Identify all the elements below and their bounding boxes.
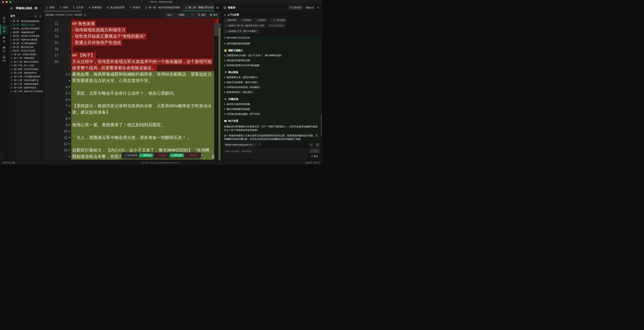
diff-row[interactable]: 15-- 普通士兵对张伟产生信任: [44, 39, 221, 46]
home-button[interactable]: [10, 6, 14, 10]
diff-row[interactable]: 12-## 角色发展: [44, 20, 221, 27]
rail-item-doc[interactable]: 其他: [0, 54, 8, 64]
chapter-item[interactable]: 20.第二十章：最终对决与文明抉择: [10, 90, 44, 94]
tab-4[interactable]: 吐槽系统: [86, 4, 104, 11]
context-chip[interactable]: 已有章节剧情概要: [267, 24, 286, 28]
accept-current-button[interactable]: ✓接受当前: [139, 154, 153, 157]
diff-row[interactable]: 7+【系统提示：根据历史记录和当前风向分析，元军有80%概率在子时发动火: [44, 103, 221, 109]
diff-row[interactable]: 4+: [44, 84, 221, 90]
font-size-select[interactable]: 28px∨: [166, 13, 176, 17]
chapter-item[interactable]: 4.第四章：神秘商船的遗产: [10, 31, 44, 35]
chapter-item[interactable]: 9.第九章：时空交汇的访客: [10, 49, 44, 53]
editor-content[interactable]: 1112-## 角色发展13-- 张伟展现应急能力和领导力14-- 张世杰开始真…: [44, 18, 221, 160]
tab-5[interactable]: 崖山海战背景: [104, 4, 127, 11]
add-chapter-button[interactable]: [39, 15, 42, 17]
chat-history-button[interactable]: [315, 142, 320, 147]
model-select[interactable]: feelfish:feelfish/deepseek-v3.1∨: [224, 142, 257, 147]
diff-row[interactable]: 18-灭火过程中，张伟意外发现元军火攻战术中的一个致命漏洞，这个发现可能: [44, 58, 221, 65]
chapter-item[interactable]: 3.第三章：淡水危机与科技破局: [10, 27, 44, 31]
rail-item-pen[interactable]: 1: [0, 15, 8, 25]
chapter-item[interactable]: 13.第十三章：第二个内奸: [10, 64, 44, 68]
maximize-window-button[interactable]: [9, 1, 11, 3]
diff-row[interactable]: 9+张伟心里一紧。果然要来了！他立刻找到后勤官。: [44, 122, 221, 128]
chapter-item[interactable]: 1.第一章：程序员的海战初体验: [10, 20, 44, 24]
chapter-item[interactable]: 2.第二章：智破元军火攻计: [10, 24, 44, 27]
diff-row[interactable]: 8+: [44, 115, 221, 122]
diff-row[interactable]: 5+「系统，元军今晚会不会有什么动作？」他在心里默问。: [44, 90, 221, 96]
diff-row[interactable]: 17-## 【钩子】: [44, 52, 221, 58]
tab-2[interactable]: 张伟: [57, 4, 70, 11]
diff-row[interactable]: 10+: [44, 128, 221, 134]
run-log[interactable]: 运行日志: Request ai feelfish/deepseek-v3.1∨: [141, 162, 180, 164]
tab-6[interactable]: 张世杰: [127, 4, 143, 11]
diff-row[interactable]: 11+「大人，我预感元军今晚会用火攻，请多准备一些醋和石灰！」: [44, 134, 221, 141]
send-button[interactable]: 发送: [309, 149, 320, 153]
chat-input[interactable]: [224, 149, 308, 159]
context-chip[interactable]: ✓上一章节内容: [269, 18, 286, 22]
close-window-button[interactable]: [2, 1, 4, 3]
tab-1[interactable]: 风格: [44, 4, 57, 11]
diff-row[interactable]: 16-: [44, 46, 221, 52]
chapter-item[interactable]: 17.第十七章：历史的关键节点: [10, 79, 44, 83]
accept-all-button[interactable]: ✓接受全部: [170, 154, 184, 157]
chapter-item[interactable]: 5.第五章：内奸疑云与反间谍战: [10, 35, 44, 38]
context-chip[interactable]: ✓当前章节《第二章：智破元军火攻计》内容: [224, 24, 266, 28]
people-icon: [2, 36, 6, 39]
new-session-button[interactable]: 新建会话: [306, 6, 314, 9]
diff-row[interactable]: 6+: [44, 96, 221, 103]
add-attachment-button[interactable]: ＋: [309, 142, 314, 147]
agent-scrollbar[interactable]: [321, 114, 322, 135]
chapter-item[interactable]: 15.第十五章：观察者的审判: [10, 72, 44, 75]
reject-current-button[interactable]: ×拒绝当前: [155, 154, 168, 157]
reject-all-button[interactable]: ×拒绝全部: [186, 154, 199, 157]
close-panel-button[interactable]: ✕: [316, 6, 320, 9]
add-context-button[interactable]: ＋添加更多上下文（请求 AI 时附带）: [224, 29, 259, 33]
tab-list-button[interactable]: [216, 5, 220, 10]
tab-label: 吐槽系统: [92, 6, 102, 9]
rail-item-book[interactable]: 20: [0, 25, 8, 34]
context-chip[interactable]: ✓规则·风格: [224, 18, 238, 22]
tab-3[interactable]: 文天祥: [70, 4, 86, 11]
chapter-item[interactable]: 18.第十八章：暗影的终极赌局: [10, 83, 44, 86]
diff-row[interactable]: +军营寨星星点点的火光，心里总觉得不安。: [44, 77, 221, 84]
line-text: [71, 96, 73, 103]
diff-row[interactable]: 13-- 张伟展现应急能力和领导力: [44, 27, 221, 33]
minimize-window-button[interactable]: [6, 1, 8, 3]
chapter-item[interactable]: 11.第十一章：宿敌的再现: [10, 57, 44, 61]
chapter-item[interactable]: 12.第十二章：赌约与生死时速: [10, 61, 44, 64]
diff-row[interactable]: -改变整个战局...但需要冒着生命危险去验证。: [44, 65, 221, 71]
chapter-item[interactable]: 6.第六章：风暴中的生死较量: [10, 38, 44, 42]
diff-row[interactable]: 11: [44, 18, 221, 20]
diff-row[interactable]: 14-- 张世杰开始真正重视这个"奇怪的新兵": [44, 33, 221, 39]
chapter-item[interactable]: 14.第十四章：时空异常的真相: [10, 68, 44, 72]
context-chip[interactable]: ✓所有设定: [254, 18, 268, 22]
chapter-item[interactable]: 10.第十章：元军的未来顾问: [10, 53, 44, 57]
editor-minimap-scrollbar[interactable]: [214, 18, 221, 160]
agent-title: 智能体: [228, 6, 286, 9]
refresh-chapters-button[interactable]: [34, 15, 37, 17]
project-more-button[interactable]: ⋮: [39, 7, 42, 9]
save-button[interactable]: 保存: [208, 13, 219, 17]
preview-button[interactable]: 预览: [196, 13, 207, 17]
chapter-item[interactable]: 8.第八章：幽灵岛的召唤: [10, 46, 44, 50]
diff-marker: +: [68, 128, 71, 134]
retry-button[interactable]: 重试: [309, 155, 320, 158]
diff-row[interactable]: 3+夜色如墨，海风带着咸腥和焦糊味扑面而来。张伟站在船舷边，望着远处元: [44, 71, 221, 77]
tabbar-scrollbar[interactable]: [44, 11, 82, 12]
chapter-item[interactable]: 16.第十六章：寻找观察者的弱点: [10, 75, 44, 79]
chapter-item[interactable]: 7.第七章：天工院的秘密遗产: [10, 42, 44, 46]
diff-row[interactable]: +攻。建议提前准备】: [44, 109, 221, 115]
font-family-select[interactable]: 方圆体∨: [177, 13, 195, 17]
rail-item-blocks[interactable]: 2: [0, 44, 8, 54]
tab-8[interactable]: 第二章：智破元军火攻计: [183, 4, 214, 11]
history-sessions-button[interactable]: 历史会话: [288, 5, 303, 10]
chapter-item[interactable]: 19.第十九章：漏洞中的机会: [10, 86, 44, 90]
context-chip[interactable]: ✓所有角色: [239, 18, 253, 22]
diff-row[interactable]: 12+: [44, 141, 221, 147]
tab-7[interactable]: 第一章：程序员的海战初体验: [143, 4, 183, 11]
model-info-icon[interactable]: i: [259, 143, 262, 146]
rail-item-people[interactable]: 3: [0, 34, 8, 44]
collapse-sidebar-button[interactable]: ‹: [0, 152, 4, 159]
idea-bulb-button[interactable]: [84, 14, 86, 16]
new-line-number: [58, 39, 68, 46]
